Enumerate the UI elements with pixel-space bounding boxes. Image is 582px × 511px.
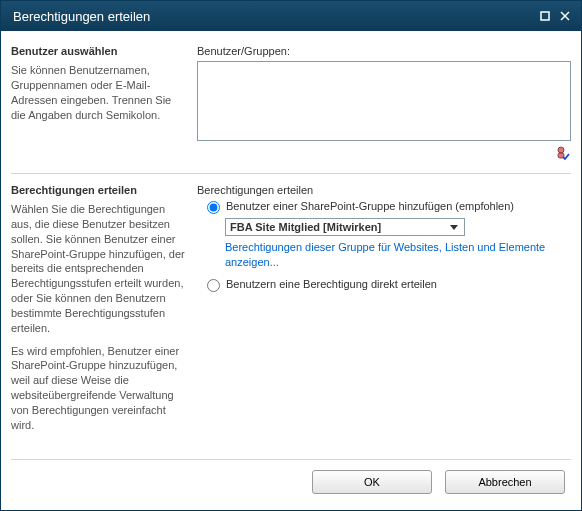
svg-rect-0: [541, 12, 549, 20]
radio-grant-directly[interactable]: Benutzern eine Berechtigung direkt ertei…: [207, 278, 571, 292]
section-description: Sie können Benutzernamen, Gruppennamen o…: [11, 63, 185, 122]
section-select-users: Benutzer auswählen Sie können Benutzerna…: [11, 41, 571, 173]
titlebar: Berechtigungen erteilen: [1, 1, 581, 31]
radio-grant-directly-input[interactable]: [207, 279, 220, 292]
section-grant-permissions-info: Berechtigungen erteilen Wählen Sie die B…: [11, 184, 197, 449]
radio-add-to-group-input[interactable]: [207, 201, 220, 214]
cancel-button[interactable]: Abbrechen: [445, 470, 565, 494]
check-names-icon[interactable]: [555, 151, 571, 163]
users-groups-label: Benutzer/Gruppen:: [197, 45, 571, 57]
radio-label: Benutzer einer SharePoint-Gruppe hinzufü…: [226, 200, 514, 212]
close-icon: [560, 11, 570, 21]
section-grant-permissions: Berechtigungen erteilen Wählen Sie die B…: [11, 173, 571, 459]
grant-permissions-label: Berechtigungen erteilen: [197, 184, 571, 196]
input-icon-row: [197, 145, 571, 163]
section-select-users-form: Benutzer/Gruppen:: [197, 45, 571, 163]
section-grant-permissions-form: Berechtigungen erteilen Benutzer einer S…: [197, 184, 571, 449]
section-select-users-info: Benutzer auswählen Sie können Benutzerna…: [11, 45, 197, 163]
svg-point-3: [558, 147, 564, 153]
users-groups-input[interactable]: [197, 61, 571, 141]
section-description: Es wird empfohlen, Benutzer einer ShareP…: [11, 344, 185, 433]
radio-add-to-group[interactable]: Benutzer einer SharePoint-Gruppe hinzufü…: [207, 200, 571, 214]
section-heading: Berechtigungen erteilen: [11, 184, 185, 196]
ok-button[interactable]: OK: [312, 470, 432, 494]
group-select-value: FBA Site Mitglied [Mitwirken]: [230, 221, 381, 233]
content-area: Benutzer auswählen Sie können Benutzerna…: [1, 31, 581, 510]
close-button[interactable]: [557, 8, 573, 24]
dialog: Berechtigungen erteilen Benutzer auswähl…: [0, 0, 582, 511]
button-bar: OK Abbrechen: [11, 459, 571, 500]
section-description: Wählen Sie die Berechtigungen aus, die d…: [11, 202, 185, 336]
maximize-icon: [540, 11, 550, 21]
view-group-permissions-link[interactable]: Berechtigungen dieser Gruppe für Website…: [225, 240, 571, 270]
dialog-title: Berechtigungen erteilen: [13, 9, 533, 24]
radio-label: Benutzern eine Berechtigung direkt ertei…: [226, 278, 437, 290]
section-heading: Benutzer auswählen: [11, 45, 185, 57]
maximize-button[interactable]: [537, 8, 553, 24]
group-select[interactable]: FBA Site Mitglied [Mitwirken]: [225, 218, 465, 236]
